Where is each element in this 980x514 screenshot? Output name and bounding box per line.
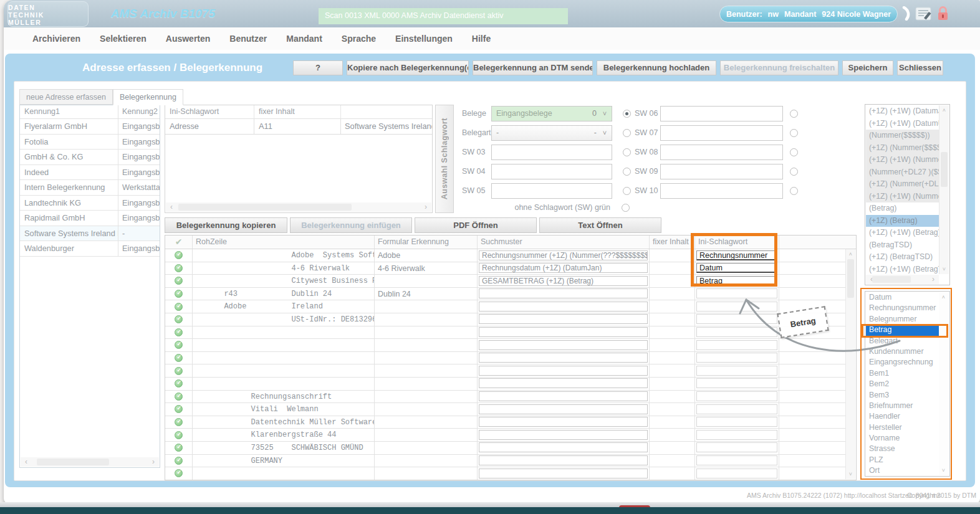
rohzeile-cell[interactable]: Adobe Systems Softw xyxy=(193,249,375,262)
formular-erkennung-cell[interactable] xyxy=(375,313,478,326)
sw05-input[interactable] xyxy=(491,183,612,199)
scroll-down-icon[interactable] xyxy=(939,466,948,475)
sw08-input[interactable] xyxy=(660,145,783,160)
suchmuster-input[interactable] xyxy=(479,469,648,478)
suchmuster-input[interactable] xyxy=(479,404,648,414)
pattern-list-item[interactable]: (+1Z) (Nummer(+DL27 xyxy=(866,178,939,191)
menu-item[interactable]: Auswerten xyxy=(166,34,211,44)
formular-erkennung-cell[interactable]: Adobe xyxy=(375,249,478,262)
phone-icon[interactable] xyxy=(901,6,911,23)
grid-vertical-scrollbar[interactable] xyxy=(845,249,855,479)
fixer-inhalt-cell[interactable] xyxy=(650,416,695,429)
pattern-list-item[interactable]: (+1Z) (+1W) (Nummer( xyxy=(866,191,939,203)
scroll-right-icon[interactable] xyxy=(149,457,158,467)
fixer-inhalt-cell[interactable] xyxy=(650,313,695,326)
ini-schlagwort-header[interactable]: Ini-Schlagwort xyxy=(695,236,779,249)
ini-schlagwort-input[interactable] xyxy=(696,327,777,337)
rohzeile-cell[interactable]: Adobe Ireland xyxy=(193,300,375,313)
suchmuster-input[interactable] xyxy=(479,314,648,324)
schlagwort-row[interactable]: Adresse A11 Software Systems Ireland Lt xyxy=(165,119,432,135)
formular-erkennung-cell[interactable] xyxy=(375,364,478,377)
menu-item[interactable]: Hilfe xyxy=(472,34,491,44)
fixer-inhalt-cell[interactable] xyxy=(650,364,695,377)
sw-radio-row2-right[interactable] xyxy=(790,129,798,137)
menu-item[interactable]: Archivieren xyxy=(32,34,80,44)
pattern-list-item[interactable]: (Nummer($$$$$)) xyxy=(866,130,939,142)
ini-schlagwort-input[interactable] xyxy=(696,430,777,440)
ini-list-item[interactable]: Rechnungsnummer xyxy=(866,303,939,313)
sw06-input[interactable] xyxy=(660,106,783,121)
ini-list-item[interactable]: Belegart xyxy=(866,336,939,346)
formular-erkennung-cell[interactable] xyxy=(375,391,478,403)
pattern-list-item[interactable]: (Betrag) xyxy=(866,202,939,215)
action-button[interactable]: Belegerkennung kopieren xyxy=(165,217,287,233)
rohzeile-cell[interactable]: Klarenbergstraße 44 xyxy=(193,429,375,441)
action-button[interactable]: Belegerkennung einfügen xyxy=(290,217,412,233)
scroll-thumb[interactable] xyxy=(847,259,854,298)
ini-list-item[interactable]: Vorname xyxy=(866,433,939,444)
grid-row[interactable] xyxy=(165,326,846,340)
fixer-inhalt-cell[interactable] xyxy=(650,249,695,262)
rohzeile-cell[interactable] xyxy=(193,378,375,390)
ini-schlagwort-header[interactable]: Ini-Schlagwort xyxy=(165,105,254,118)
toolbar-button[interactable]: Schliessen xyxy=(897,60,943,75)
suchmuster-input[interactable] xyxy=(479,455,648,465)
kennung-row[interactable]: GmbH & Co. KG Eingangsbe xyxy=(20,150,160,165)
kennung-horizontal-scrollbar[interactable] xyxy=(21,457,159,467)
rohzeile-header[interactable]: RohZeile xyxy=(193,236,375,249)
fixer-inhalt-cell[interactable] xyxy=(650,455,695,467)
ini-list-item[interactable]: Kundennummer xyxy=(866,346,939,357)
rohzeile-cell[interactable] xyxy=(193,352,375,364)
sw10-input[interactable] xyxy=(660,183,783,199)
kennung-row[interactable]: Indeed Eingangsbe xyxy=(20,165,160,181)
suchmuster-input[interactable] xyxy=(479,366,648,376)
formular-erkennung-cell[interactable] xyxy=(375,429,478,441)
formular-erkennung-cell[interactable] xyxy=(375,326,478,339)
grid-row[interactable]: Klarenbergstraße 44 xyxy=(165,429,846,442)
ini-list-item[interactable]: Strasse xyxy=(866,444,939,454)
formular-erkennung-cell[interactable] xyxy=(375,455,478,467)
toolbar-button[interactable]: Speichern xyxy=(842,60,893,75)
formular-erkennung-cell[interactable] xyxy=(375,339,478,351)
ini-list-item[interactable]: Betrag xyxy=(866,325,939,335)
rohzeile-cell[interactable]: Vitali Welmann xyxy=(193,403,375,416)
pattern-horizontal-scrollbar[interactable] xyxy=(866,275,939,284)
ini-list-item[interactable]: Datum xyxy=(866,292,939,303)
rohzeile-cell[interactable]: 4-6 Riverwalk xyxy=(193,262,375,275)
pattern-list-item[interactable]: (BetragTSD) xyxy=(866,239,939,252)
pattern-list-item[interactable]: (+1Z) (+1W) (BetragTS xyxy=(866,264,939,275)
ohne-schlagwort-radio[interactable] xyxy=(622,204,630,212)
toolbar-button[interactable]: Kopiere nach Belegerkennung(dtm xyxy=(347,60,469,75)
scroll-thumb[interactable] xyxy=(37,459,109,465)
scroll-up-icon[interactable] xyxy=(939,106,949,115)
grid-row[interactable] xyxy=(165,364,846,378)
sw-radio-row3-left[interactable] xyxy=(623,148,631,156)
ini-list-item[interactable]: Briefnummer xyxy=(866,401,939,411)
sw-radio-row1-right[interactable] xyxy=(790,110,798,118)
grid-row[interactable]: Citywest Business Pa GESAMTBETRAG (+1Z) … xyxy=(165,275,846,288)
grid-row[interactable] xyxy=(165,467,846,480)
fixer-inhalt-cell[interactable] xyxy=(650,429,695,441)
kennung2-header[interactable]: Kennung2 xyxy=(118,105,160,118)
sw09-input[interactable] xyxy=(660,164,783,179)
grid-row[interactable]: Vitali Welmann xyxy=(165,403,846,416)
formular-erkennung-cell[interactable] xyxy=(375,275,478,287)
sw03-input[interactable] xyxy=(491,145,612,160)
ini-schlagwort-input[interactable] xyxy=(696,288,777,298)
toolbar-button[interactable]: ? xyxy=(293,60,343,75)
ini-schlagwort-input[interactable] xyxy=(696,314,777,324)
grid-row[interactable]: 4-6 Riverwalk 4-6 Riverwalk Rechnungsdat… xyxy=(165,262,846,275)
ini-schlagwort-input[interactable] xyxy=(696,417,777,427)
lock-icon[interactable] xyxy=(936,6,949,24)
kennung-row[interactable]: Flyeralarm GmbH Eingangsbe xyxy=(20,119,160,135)
menu-item[interactable]: Sprache xyxy=(342,34,376,44)
grid-row[interactable]: USt-IdNr.: DE8132966 xyxy=(165,313,846,326)
menu-item[interactable]: Einstellungen xyxy=(395,34,453,44)
formular-erkennung-cell[interactable] xyxy=(375,352,478,364)
grid-row[interactable]: Adobe Systems Softw Adobe Rechnungsnumme… xyxy=(165,249,846,262)
notes-icon[interactable] xyxy=(915,7,932,23)
fixer-inhalt-cell[interactable] xyxy=(650,288,695,300)
suchmuster-input[interactable] xyxy=(479,302,648,312)
ini-list-item[interactable]: Ort xyxy=(866,465,939,475)
action-button[interactable]: PDF Öffnen xyxy=(415,217,537,233)
